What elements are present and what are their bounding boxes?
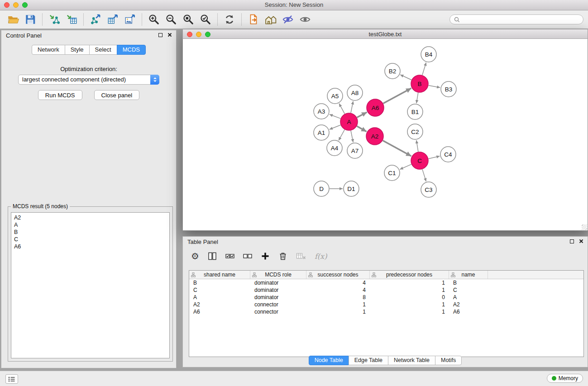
network-node-B1[interactable]: B1	[407, 104, 423, 119]
network-node-B3[interactable]: B3	[441, 81, 456, 97]
delete-column-icon[interactable]	[278, 252, 287, 261]
column-header-shared-name[interactable]: shared name	[189, 271, 250, 279]
network-node-C1[interactable]: C1	[384, 165, 400, 181]
network-node-A3[interactable]: A3	[314, 104, 329, 119]
network-canvas-svg[interactable]: B4B2BB3A5A8A6A3B1AC2A1A2A4A7C4CC1C3DD1	[183, 39, 588, 230]
mcds-result-item[interactable]: A	[14, 221, 167, 229]
float-table-panel-icon[interactable]	[570, 239, 574, 243]
network-window-titlebar[interactable]: testGlobe.txt	[182, 29, 588, 39]
import-table-button[interactable]	[63, 12, 80, 27]
network-zoom-button[interactable]	[205, 32, 210, 37]
network-edge-A-A2[interactable]	[357, 126, 366, 132]
network-node-B[interactable]: B	[411, 75, 428, 92]
network-edge-B-B1[interactable]	[416, 93, 418, 104]
network-edge-A-A5[interactable]	[339, 104, 344, 114]
search-input[interactable]	[463, 16, 579, 23]
document-arrow-button[interactable]	[245, 12, 262, 27]
show-graphics-details-button[interactable]	[296, 12, 314, 27]
network-node-C[interactable]: C	[411, 152, 428, 169]
mcds-result-list[interactable]: A2ABCA6	[11, 212, 170, 358]
tab-network-table[interactable]: Network Table	[388, 356, 435, 365]
minimize-window-button[interactable]	[13, 2, 19, 8]
add-column-icon[interactable]	[261, 252, 270, 261]
memory-button[interactable]: Memory	[547, 374, 583, 383]
float-panel-icon[interactable]	[158, 33, 163, 37]
network-node-B4[interactable]: B4	[421, 47, 436, 62]
network-node-A[interactable]: A	[340, 113, 358, 130]
run-mcds-button[interactable]: Run MCDS	[38, 90, 82, 100]
network-edge-C-C3[interactable]	[422, 169, 426, 181]
network-edge-B-B3[interactable]	[429, 86, 440, 88]
column-header-predecessor-nodes[interactable]: predecessor nodes	[370, 271, 449, 279]
network-node-D[interactable]: D	[314, 181, 329, 196]
network-node-C2[interactable]: C2	[407, 124, 423, 139]
table-row[interactable]: Bdominator41B	[189, 279, 583, 286]
table-row[interactable]: A2connector11A2	[189, 301, 583, 308]
network-node-A2[interactable]: A2	[366, 128, 383, 145]
export-image-button[interactable]	[121, 12, 139, 27]
close-panel-button[interactable]: Close panel	[94, 90, 140, 100]
zoom-window-button[interactable]	[22, 2, 28, 8]
tab-edge-table[interactable]: Edge Table	[349, 356, 388, 365]
network-edge-A-A6[interactable]	[357, 112, 367, 118]
network-edge-A-A3[interactable]	[330, 114, 341, 119]
table-settings-icon[interactable]: ⚙	[191, 252, 199, 261]
search-field[interactable]	[449, 14, 583, 24]
optimization-criterion-select[interactable]: largest connected component (directed)	[18, 75, 159, 85]
mcds-result-item[interactable]: A6	[14, 243, 167, 250]
network-edge-B-B2[interactable]	[400, 75, 411, 80]
network-node-D1[interactable]: D1	[344, 181, 359, 196]
network-node-A4[interactable]: A4	[327, 140, 342, 156]
mcds-result-item[interactable]: B	[14, 229, 167, 236]
zoom-fit-button[interactable]	[180, 12, 197, 27]
close-panel-icon[interactable]	[167, 33, 172, 37]
network-node-A7[interactable]: A7	[347, 143, 363, 158]
panel-chooser-button[interactable]	[5, 374, 18, 384]
column-header-name[interactable]: name	[449, 271, 488, 279]
network-close-button[interactable]	[187, 32, 192, 37]
network-node-A5[interactable]: A5	[327, 88, 343, 104]
hide-graphics-details-button[interactable]	[279, 12, 296, 27]
table-row[interactable]: Cdominator41C	[189, 286, 583, 294]
mcds-result-item[interactable]: A2	[14, 214, 167, 221]
mcds-result-item[interactable]: C	[14, 236, 167, 243]
tab-network[interactable]: Network	[32, 45, 65, 55]
zoom-out-button[interactable]	[163, 12, 180, 27]
network-canvas[interactable]: B4B2BB3A5A8A6A3B1AC2A1A2A4A7C4CC1C3DD1	[182, 39, 588, 231]
close-table-panel-icon[interactable]	[579, 239, 583, 243]
network-edge-A2-C[interactable]	[383, 141, 411, 156]
network-edge-A6-B[interactable]	[383, 88, 411, 104]
network-node-C3[interactable]: C3	[421, 182, 436, 197]
table-row[interactable]: A6connector11A6	[189, 308, 583, 315]
network-node-A1[interactable]: A1	[314, 125, 329, 140]
tab-mcds[interactable]: MCDS	[117, 45, 146, 55]
network-edge-C-C1[interactable]	[400, 164, 411, 169]
network-edge-A-A1[interactable]	[330, 125, 341, 129]
import-network-button[interactable]	[46, 12, 63, 27]
column-header-successor-nodes[interactable]: successor nodes	[306, 271, 370, 279]
table-row[interactable]: Adominator80A	[189, 294, 583, 301]
network-node-A6[interactable]: A6	[367, 99, 384, 116]
column-visibility-icon[interactable]	[208, 252, 217, 261]
tab-node-table[interactable]: Node Table	[309, 356, 349, 365]
select-all-rows-icon[interactable]	[225, 252, 234, 261]
zoom-selected-button[interactable]	[197, 12, 214, 27]
tab-motifs[interactable]: Motifs	[435, 356, 462, 365]
home-button[interactable]	[262, 12, 279, 27]
save-session-button[interactable]	[22, 12, 39, 27]
network-minimize-button[interactable]	[196, 32, 201, 37]
network-edge-B-B4[interactable]	[422, 62, 426, 75]
column-header-MCDS-role[interactable]: MCDS role	[250, 271, 306, 279]
open-session-button[interactable]	[5, 12, 22, 27]
network-edge-A-A7[interactable]	[351, 131, 353, 143]
network-node-A8[interactable]: A8	[347, 85, 363, 100]
network-edge-C-C4[interactable]	[429, 156, 440, 159]
network-edge-A-A4[interactable]	[339, 130, 344, 141]
tab-style[interactable]: Style	[65, 45, 90, 55]
close-window-button[interactable]	[4, 2, 10, 8]
apply-layout-button[interactable]	[221, 12, 238, 27]
network-edge-C-C2[interactable]	[416, 140, 418, 152]
network-node-B2[interactable]: B2	[385, 63, 400, 79]
network-node-C4[interactable]: C4	[440, 147, 456, 162]
export-network-button[interactable]	[87, 12, 104, 27]
